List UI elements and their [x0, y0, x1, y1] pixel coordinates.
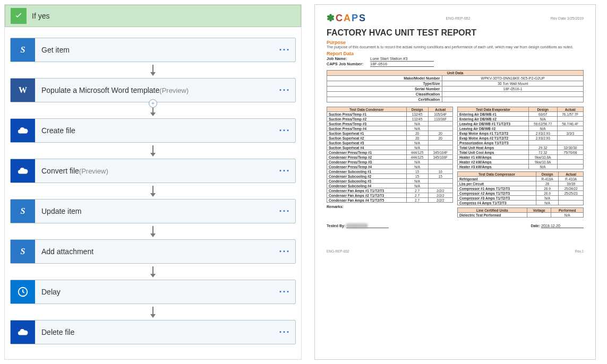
flow-arrow-icon[interactable]: [10, 183, 296, 199]
more-icon[interactable]: ···: [274, 206, 295, 217]
onedrive-icon: [11, 159, 35, 183]
table-row: Condenser Fan Amps #1 T1/T2/T32.72/2/2: [327, 188, 453, 193]
table-row: Evap Motor Amps #2 T1/T2/T22.93/2.93: [458, 136, 584, 141]
flow-step-card[interactable]: Add attachment···: [10, 239, 296, 264]
flow-step-card[interactable]: Update item···: [10, 199, 296, 223]
table-row: Make/Model NumberWPKV-30TD-0NN18KE-5E5-P…: [327, 76, 584, 81]
table-row: Evap Motor Amps #1 T1/T2/T22.93/2.933/3/…: [458, 131, 584, 136]
table-row: Entering Air DB/WB #160/6776.1/57.7F: [458, 112, 584, 117]
flow-steps-container: Get item···Populate a Microsoft Word tem…: [10, 27, 296, 344]
gear-icon: ✽: [327, 12, 335, 24]
more-icon[interactable]: ···: [274, 45, 295, 56]
table-row: Suction Superheat #22020: [327, 136, 453, 141]
flow-step-label: Populate a Microsoft Word template(Previ…: [35, 86, 274, 94]
more-icon[interactable]: ···: [274, 85, 295, 96]
purpose-text: The purpose of this document is to recor…: [327, 45, 584, 49]
compressor-table: Test Data Compressor Design Actual Refri…: [457, 171, 584, 205]
table-row: Heater #1 kW/Amps9kw/10.8A: [458, 155, 584, 160]
table-row: Total Unit Cool Amps72.3275/70/68: [458, 150, 584, 155]
table-row: Entering Air DB/WB #2N/A: [458, 117, 584, 122]
table-row: Lbs per Circuit2839/39: [458, 181, 584, 186]
table-row: Condenser Press/Temp #3N/A: [327, 160, 453, 164]
rev-date: Rev Date 3/25/2019: [551, 16, 584, 20]
sharepoint-icon: [11, 200, 35, 223]
check-icon: [11, 8, 27, 24]
report-document: ✽ CAPS ENG-REP-002 Rev Date 3/25/2019 FA…: [314, 4, 596, 360]
job-name-row: Job Name: Lone Start Station #3: [327, 56, 584, 62]
table-row: Type/Size30 Ton Wall Mount: [327, 81, 584, 86]
table-row: Compress #4 Amps T1/T2/T3N/A: [458, 201, 584, 205]
table-row: Leaving Air DB/WB #2N/A: [458, 126, 584, 131]
table-row: Heater #3 kW/AmpsN/A: [458, 164, 584, 169]
table-row: Pressurization Amps T1/T2/T3: [458, 141, 584, 145]
report-data-heading: Report Data: [327, 51, 584, 56]
table-row: Condenser Fan Amps #2 T1/T2/T32.72/2/2: [327, 193, 453, 198]
table-row: Total Unit Heat Amps29.3232/30/30: [458, 145, 584, 150]
table-row: Condenser Subcooling #11516: [327, 169, 453, 174]
flow-step-card[interactable]: Create file···: [10, 118, 296, 143]
more-icon[interactable]: ···: [274, 327, 295, 338]
purpose-heading: Purpose: [327, 40, 584, 45]
flow-arrow-icon[interactable]: [10, 264, 296, 280]
line-certified-table: Line Certified Units Voltage Performed D…: [457, 207, 584, 218]
table-row: Classification: [327, 92, 584, 97]
table-row: Serial Number18F-0516-1: [327, 86, 584, 92]
flow-step-card[interactable]: Get item···: [10, 38, 296, 62]
flow-step-card[interactable]: Delete file···: [10, 320, 296, 344]
table-row: RefrigerantR-410AR-410A: [458, 177, 584, 181]
condenser-table: Test Data Condenser Design Actual Suctio…: [327, 107, 453, 203]
evaporator-table: Test Data Evaporator Design Actual Enter…: [457, 107, 584, 169]
onedrive-icon: [11, 320, 35, 344]
table-row: Compressor #1 Amps T1/T2/T326.925/24/22: [458, 186, 584, 191]
table-row: Suction Press/Temp #3N/A: [327, 122, 453, 126]
sharepoint-icon: [11, 38, 35, 62]
table-row: Condenser Press/Temp #4N/A: [327, 164, 453, 169]
table-row: Dielectric Test PerformedN/A: [458, 213, 584, 218]
table-row: Condenser Subcooling #21515: [327, 174, 453, 179]
table-row: Condenser Subcooling #4N/A: [327, 184, 453, 188]
flow-step-label: Add attachment: [35, 247, 274, 256]
table-row: Compressor #2 Amps T1/T2/T326.925/25/23: [458, 191, 584, 196]
more-icon[interactable]: ···: [274, 287, 295, 298]
flow-arrow-icon[interactable]: [10, 62, 296, 78]
table-row: Heater #2 kW/Amps9kw/10.8A: [458, 160, 584, 164]
flow-step-card[interactable]: Delay···: [10, 280, 296, 304]
tested-by-row: Tested By: ████████ Date: 2018-12-20: [327, 224, 584, 228]
flow-arrow-icon[interactable]: [10, 143, 296, 159]
flow-step-label: Create file: [35, 126, 274, 135]
table-row: Suction Press/Temp #4N/A: [327, 126, 453, 131]
more-icon[interactable]: ···: [274, 125, 295, 136]
power-automate-flow: If yes Get item···Populate a Microsoft W…: [4, 4, 302, 360]
table-row: Certification: [327, 97, 584, 102]
flow-arrow-icon[interactable]: [10, 223, 296, 239]
condition-title: If yes: [32, 12, 49, 20]
table-row: Condenser Press/Temp #1444/125345/104F: [327, 150, 453, 155]
table-row: Leaving Air DB/WB #1 T1/T2/T358.62/56.77…: [458, 122, 584, 126]
doc-header: ✽ CAPS ENG-REP-002 Rev Date 3/25/2019: [327, 12, 584, 24]
table-row: Condenser Fan Amps #4 T1/T2/T52.72/2/2: [327, 198, 453, 203]
flow-step-label: Delete file: [35, 328, 274, 336]
doc-footer: ENG-REP-002 Rev.1: [327, 249, 584, 253]
doc-title: FACTORY HVAC UNIT TEST REPORT: [327, 28, 584, 38]
flow-step-label: Update item: [35, 207, 274, 215]
flow-step-label: Delay: [35, 288, 274, 296]
table-row: Condenser Subcooling #3N/A: [327, 179, 453, 184]
flow-condition-header[interactable]: If yes: [5, 5, 301, 27]
sharepoint-icon: [11, 240, 35, 263]
table-row: Suction Superheat #3N/A: [327, 141, 453, 145]
flow-arrow-icon[interactable]: [10, 304, 296, 320]
flow-step-label: Convert file(Preview): [35, 167, 274, 175]
table-row: Condenser Press/Temp #2444/125345/106F: [327, 155, 453, 160]
flow-step-label: Get item: [35, 46, 274, 54]
onedrive-icon: [11, 119, 35, 142]
table-row: Suction Superheat #4N/A: [327, 145, 453, 150]
remarks-label: Remarks:: [327, 205, 453, 209]
table-row: Suction Press/Temp #2132/45110/36F: [327, 117, 453, 122]
more-icon[interactable]: ···: [274, 246, 295, 257]
caps-job-row: CAPS Job Number: 18F-0516: [327, 62, 584, 67]
flow-step-card[interactable]: Convert file(Preview)···: [10, 159, 296, 183]
clock-icon: [11, 280, 35, 304]
caps-logo: ✽ CAPS: [327, 12, 365, 24]
flow-arrow-icon[interactable]: [10, 102, 296, 118]
more-icon[interactable]: ···: [274, 166, 295, 177]
